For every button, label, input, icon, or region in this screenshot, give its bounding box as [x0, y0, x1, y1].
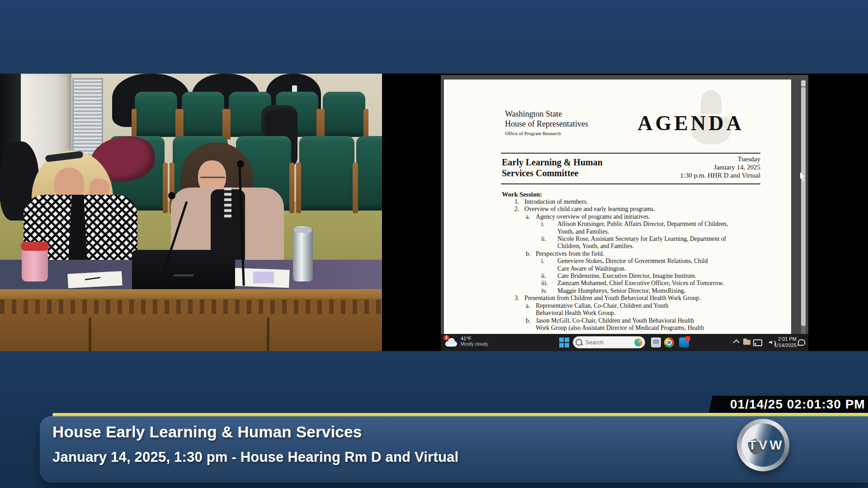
agenda-item-marker: b.: [526, 317, 536, 332]
agenda-item-text: Allison Krutsinger, Public Affairs Direc…: [557, 221, 761, 235]
agenda-item-text: Jason McGill, Co-Chair, Children and You…: [536, 317, 761, 332]
weather-temperature: 41°F: [461, 336, 488, 342]
meeting-time-location: 1:30 p.m. HHR D and Virtual: [647, 172, 760, 179]
agenda-list: 1.Introduction of members.2.Overview of …: [501, 198, 761, 332]
agenda-item: b.Perspectives from the field.: [501, 250, 761, 258]
desk-panel-groove: [267, 318, 269, 351]
agenda-item-marker: iii.: [541, 280, 557, 287]
agenda-item: 2.Overview of child care and early learn…: [501, 206, 761, 213]
agenda-item-text: Overview of child care and early learnin…: [524, 206, 761, 213]
desk-molding: [0, 300, 382, 314]
tvw-logo: TVW: [737, 419, 789, 471]
search-icon: [576, 339, 582, 346]
audience-chair: [356, 136, 382, 211]
scrollbar-gutter: [791, 80, 801, 334]
divider: [501, 183, 760, 184]
committee-name: Early Learning & Human: [502, 157, 603, 168]
tray-date: 1/14/2025: [774, 342, 797, 348]
scrollbar-thumb[interactable]: [801, 87, 806, 326]
steel-tumbler: [293, 226, 313, 282]
papers: [67, 271, 123, 288]
agenda-item: iii.Zamzam Mohamed, Chief Executive Offi…: [501, 280, 761, 287]
broadcast-frame: Washington State House of Representative…: [0, 0, 868, 488]
meeting-day: Tuesday: [647, 155, 760, 163]
accent-line: [52, 413, 868, 416]
agenda-item-marker: a.: [526, 302, 536, 317]
agenda-item: a.Representative Callan, Co-Chair, Child…: [501, 302, 761, 317]
notification-badge: 2: [443, 335, 449, 341]
search-box[interactable]: [573, 336, 645, 348]
agenda-item-marker: 2.: [514, 206, 524, 213]
broadcast-subtitle: January 14, 2025, 1:30 pm - House Hearin…: [52, 449, 458, 465]
agenda-item-text: Presentation from Children and Youth Beh…: [524, 295, 761, 302]
agenda-item-text: Genevieve Stokes, Director of Government…: [557, 258, 761, 272]
agenda-item-text: Agency overview of programs and initiati…: [536, 213, 761, 221]
agenda-item-text: Maggie Humphreys, Senior Director, MomsR…: [557, 287, 761, 295]
agenda-item-marker: a.: [526, 213, 536, 221]
agenda-item-marker: ii.: [541, 272, 557, 280]
agenda-item-text: Introduction of members.: [524, 198, 761, 206]
laptop: [132, 250, 235, 290]
committee-name: Services Committee: [502, 168, 578, 178]
notifications-bell-icon[interactable]: [798, 339, 805, 345]
search-input[interactable]: [585, 339, 632, 346]
broadcast-title: House Early Learning & Human Services: [52, 423, 362, 441]
tray-app-icon[interactable]: [743, 340, 750, 345]
audience-chair: [299, 136, 354, 211]
tray-time: 2:01 PM: [774, 336, 797, 342]
chrome-icon[interactable]: [664, 338, 674, 347]
agenda-item-marker: ii.: [541, 235, 557, 250]
desk-trim: [0, 289, 382, 298]
outlook-icon[interactable]: [679, 338, 689, 347]
agenda-item: 3.Presentation from Children and Youth B…: [501, 295, 761, 302]
timestamp-text: 01/14/25 02:01:30 PM: [730, 396, 865, 413]
agenda-item-marker: 3.: [514, 295, 524, 302]
tray-clock[interactable]: 2:01 PM 1/14/2025: [774, 336, 797, 348]
cast-icon[interactable]: [753, 339, 762, 346]
agenda-item: i.Allison Krutsinger, Public Affairs Dir…: [501, 221, 761, 235]
timestamp-overlay: 01/14/25 02:01:30 PM: [709, 396, 868, 413]
agenda-item-text: Zamzam Mohamed, Chief Executive Officer,…: [557, 280, 761, 287]
agenda-item-marker: i.: [541, 221, 557, 235]
desk-panel-groove: [89, 318, 91, 351]
agenda-item-marker: 1.: [514, 198, 524, 206]
photos-app-icon[interactable]: [651, 338, 661, 347]
section-heading: Work Session:: [502, 191, 542, 198]
org-line: House of Representatives: [505, 119, 588, 129]
windows-taskbar: 2 41°F Mostly cloudy 2:01 P: [441, 334, 808, 351]
agenda-item: b.Jason McGill, Co-Chair, Children and Y…: [501, 317, 761, 332]
agenda-item-text: Representative Callan, Co-Chair, Childre…: [536, 302, 761, 317]
agenda-item-marker: iv.: [541, 287, 557, 295]
divider: [501, 153, 760, 154]
agenda-page: Washington State House of Representative…: [444, 80, 791, 334]
chevron-up-icon[interactable]: [733, 339, 740, 346]
agenda-item-text: Cate Bridenstine, Executive Director, Im…: [557, 272, 761, 280]
org-line: Office of Program Research: [505, 131, 561, 136]
tvw-logo-text: TVW: [737, 419, 789, 471]
meeting-date: January 14, 2025: [647, 164, 760, 171]
screen-share: Washington State House of Representative…: [382, 74, 868, 351]
hearing-room-video: [0, 74, 382, 351]
agenda-item: 1.Introduction of members.: [501, 198, 761, 206]
weather-condition: Mostly cloudy: [461, 342, 488, 347]
agenda-item: i.Genevieve Stokes, Director of Governme…: [501, 258, 761, 272]
agenda-item: ii.Cate Bridenstine, Executive Director,…: [501, 272, 761, 280]
agenda-item-marker: i.: [541, 258, 557, 272]
microphone-tip: [168, 192, 175, 199]
agenda-item-text: Nicole Rose, Assistant Secretary for Ear…: [557, 235, 761, 250]
weather-widget[interactable]: 2 41°F Mostly cloudy: [445, 336, 488, 347]
agenda-item: iv.Maggie Humphreys, Senior Director, Mo…: [501, 287, 761, 295]
cloud-icon: 2: [445, 338, 457, 347]
scroll-up-button[interactable]: [801, 80, 806, 86]
document-title: AGENDA: [620, 111, 761, 135]
flyer: [253, 272, 274, 283]
bing-copilot-icon[interactable]: [634, 338, 642, 347]
agenda-item: ii.Nicole Rose, Assistant Secretary for …: [501, 235, 761, 250]
agenda-item-marker: b.: [526, 250, 536, 258]
microphone-tip: [237, 160, 244, 168]
glasses: [200, 177, 225, 182]
agenda-item: a.Agency overview of programs and initia…: [501, 213, 761, 221]
pink-cup: [22, 242, 48, 282]
org-line: Washington State: [505, 109, 562, 119]
start-button[interactable]: [559, 338, 569, 347]
